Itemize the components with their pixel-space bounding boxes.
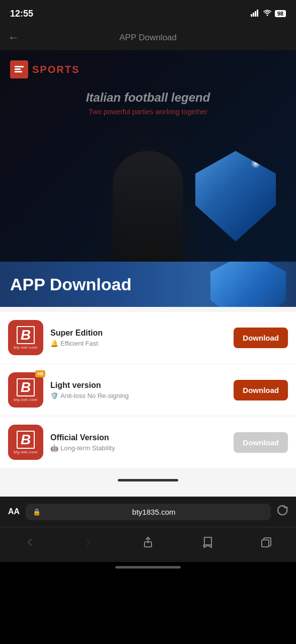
text-size-button[interactable]: AA (8, 507, 20, 516)
sports-icon (10, 60, 28, 78)
banner-shield-decoration (210, 262, 296, 307)
app-item-light: B bty-bet.com H5 Light version 🛡️ Anti-l… (0, 364, 296, 416)
share-button[interactable] (134, 533, 162, 554)
top-nav: ← APP Download (0, 25, 296, 50)
nav-back-button[interactable] (16, 533, 44, 554)
app-info-super: Super Edition 🔔 Efficient Fast (50, 329, 227, 347)
signal-icon (251, 10, 260, 18)
bell-icon-super: 🔔 (50, 340, 58, 347)
svg-rect-9 (262, 540, 269, 547)
back-button[interactable]: ← (8, 31, 19, 44)
banner-strip: APP Download (0, 262, 296, 307)
hero-subtitle: Two powerful parties working together (0, 108, 296, 116)
download-button-super[interactable]: Download (234, 328, 288, 348)
page-title: APP Download (119, 33, 177, 43)
home-bar (115, 566, 181, 569)
app-desc-text-super: Efficient Fast (60, 340, 98, 347)
content-area: B bty-bet.com Super Edition 🔔 Efficient … (0, 307, 296, 497)
app-icon-wrap-super: B bty-bet.com (8, 320, 43, 355)
app-desc-light: 🛡️ Anti-loss No Re-signing (50, 392, 227, 399)
app-icon-wrap-official: B bty-bet.com (8, 425, 43, 460)
robot-icon-official: 🤖 (50, 444, 58, 452)
svg-point-4 (266, 15, 268, 16)
status-time: 12:55 (10, 9, 33, 19)
status-bar: 12:55 98 (0, 0, 296, 25)
tabs-button[interactable] (252, 533, 280, 554)
url-bar[interactable]: 🔒 bty1835.com (26, 504, 271, 520)
shield-shape (195, 151, 276, 242)
app-name-light: Light version (50, 381, 227, 390)
sports-label: SPORTS (32, 64, 80, 75)
scroll-indicator-area (0, 469, 296, 492)
scroll-bar (118, 479, 178, 481)
app-icon-letter-super: B (17, 326, 35, 344)
svg-rect-2 (255, 11, 256, 17)
app-domain-super: bty-bet.com (14, 345, 37, 350)
status-icons: 98 (251, 10, 286, 18)
app-desc-text-light: Anti-loss No Re-signing (60, 392, 129, 399)
app-domain-official: bty-bet.com (14, 450, 37, 454)
shield-icon-light: 🛡️ (50, 392, 58, 399)
app-domain-light: bty-bet.com (14, 397, 37, 402)
svg-rect-7 (15, 71, 22, 72)
lock-icon: 🔒 (33, 508, 41, 516)
app-desc-text-official: Long-term Stability (60, 444, 115, 452)
svg-rect-1 (253, 13, 254, 17)
hero-title: Italian football legend (0, 91, 296, 105)
app-item-super-edition: B bty-bet.com Super Edition 🔔 Efficient … (0, 312, 296, 363)
svg-rect-3 (257, 10, 258, 17)
hero-headline: Italian football legend Two powerful par… (0, 91, 296, 116)
app-desc-super: 🔔 Efficient Fast (50, 340, 227, 347)
bookmark-button[interactable] (193, 533, 221, 554)
app-info-official: Official Version 🤖 Long-term Stability (50, 433, 227, 452)
app-icon-super: B bty-bet.com (8, 320, 43, 355)
banner-title: APP Download (10, 275, 131, 294)
download-button-light[interactable]: Download (234, 380, 288, 400)
app-icon-wrap-light: B bty-bet.com H5 (8, 372, 43, 408)
wifi-icon (263, 10, 272, 18)
app-item-official: B bty-bet.com Official Version 🤖 Long-te… (0, 417, 296, 468)
hero-shield-decoration (195, 151, 286, 252)
home-indicator (0, 562, 296, 573)
app-info-light: Light version 🛡️ Anti-loss No Re-signing (50, 381, 227, 399)
svg-rect-0 (251, 14, 252, 17)
shield-glare (251, 158, 261, 169)
app-desc-official: 🤖 Long-term Stability (50, 444, 227, 452)
battery-level: 98 (275, 10, 286, 17)
app-name-super: Super Edition (50, 329, 227, 338)
download-button-official: Download (234, 432, 288, 453)
svg-rect-5 (15, 66, 24, 67)
svg-rect-6 (15, 68, 21, 70)
hero-section: SPORTS Italian football legend Two power… (0, 50, 296, 262)
refresh-button[interactable] (277, 505, 288, 519)
sports-logo: SPORTS (10, 60, 80, 78)
banner-shield-shape (210, 262, 286, 307)
bottom-nav (0, 527, 296, 562)
browser-bar: AA 🔒 bty1835.com (0, 497, 296, 527)
url-text: bty1835.com (44, 508, 264, 516)
app-name-official: Official Version (50, 433, 227, 442)
nav-forward-button (75, 533, 103, 554)
app-icon-light: B bty-bet.com (8, 372, 43, 408)
app-icon-letter-light: B (17, 378, 35, 396)
app-icon-official: B bty-bet.com (8, 425, 43, 460)
app-icon-letter-official: B (17, 431, 35, 449)
app-badge-light: H5 (35, 370, 45, 377)
